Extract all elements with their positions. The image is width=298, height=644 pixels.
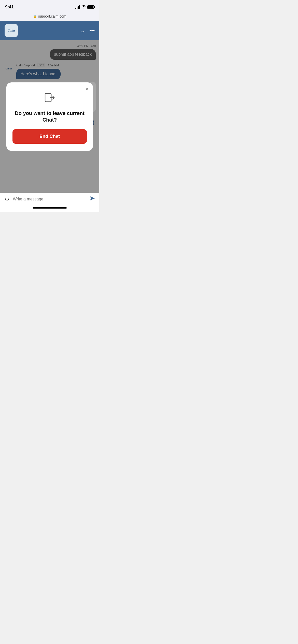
home-bar: [33, 207, 67, 209]
lock-icon: 🔒: [33, 15, 37, 18]
status-time: 9:41: [5, 5, 14, 10]
modal-close-button[interactable]: ×: [85, 86, 88, 92]
send-button[interactable]: [90, 196, 95, 203]
browser-bar: 🔒 support.calm.com: [0, 13, 99, 21]
logout-icon: [43, 91, 56, 104]
message-input[interactable]: [13, 197, 87, 201]
modal-icon-area: [12, 91, 87, 104]
chat-area: 4:59 PM You submit app feedback Calm Cal…: [0, 40, 99, 193]
home-indicator: [0, 205, 99, 212]
chat-header: Calm ⌄ •••: [0, 21, 99, 40]
input-bar: ☺: [0, 193, 99, 205]
status-bar: 9:41: [0, 0, 99, 13]
wifi-icon: [82, 5, 86, 9]
emoji-button[interactable]: ☺: [4, 196, 10, 202]
end-chat-button[interactable]: End Chat: [12, 129, 87, 144]
modal-title: Do you want to leave current Chat?: [12, 110, 87, 123]
browser-url: support.calm.com: [38, 14, 66, 18]
more-options-icon[interactable]: •••: [89, 28, 95, 34]
modal-overlay[interactable]: × Do you want to leave current Chat? End…: [0, 40, 99, 193]
status-icons: [75, 5, 94, 9]
signal-icon: [75, 5, 80, 9]
chat-header-actions[interactable]: ⌄ •••: [80, 27, 95, 34]
battery-icon: [87, 5, 94, 9]
calm-logo: Calm: [5, 24, 18, 37]
chevron-down-icon[interactable]: ⌄: [80, 27, 85, 34]
chat-header-left: Calm: [5, 24, 18, 37]
end-chat-modal: × Do you want to leave current Chat? End…: [6, 82, 93, 151]
